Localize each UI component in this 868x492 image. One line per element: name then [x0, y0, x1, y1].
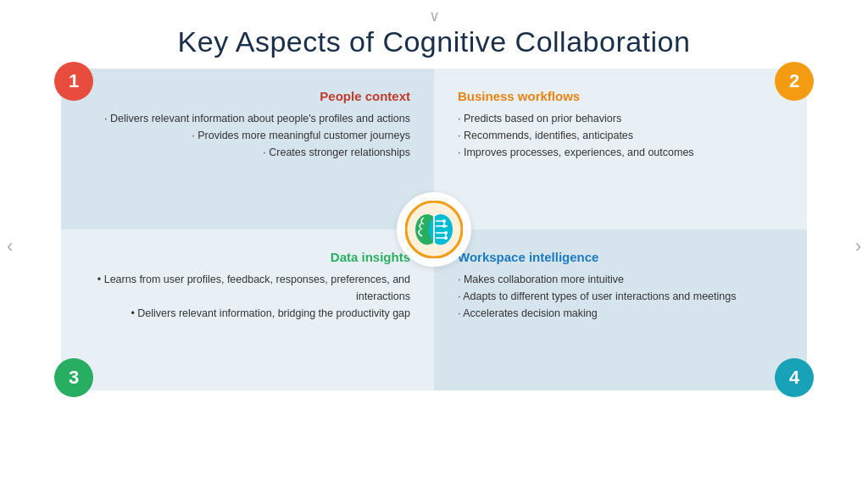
business-workflows-item-1: Predicts based on prior behaviors	[458, 110, 783, 127]
chevron-down-icon: ∨	[429, 7, 440, 25]
people-context-item-2: Provides more meaningful customer journe…	[85, 127, 410, 144]
quadrant-workspace-intelligence: Workspace intelligence Makes collaborati…	[434, 229, 807, 390]
brain-icon	[397, 192, 471, 267]
main-grid: 1 2 3 4 People context Delivers relevant…	[61, 69, 807, 390]
workspace-intelligence-item-1: Makes collaboration more intuitive	[458, 271, 783, 288]
badge-2: 2	[775, 62, 814, 101]
nav-next-button[interactable]: ›	[855, 235, 861, 257]
business-workflows-title: Business workflows	[458, 89, 783, 103]
svg-point-2	[429, 214, 453, 245]
svg-point-11	[442, 224, 446, 228]
workspace-intelligence-item-3: Accelerates decision making	[458, 305, 783, 322]
svg-point-13	[444, 236, 448, 240]
badge-3: 3	[54, 358, 93, 397]
quadrant-business-workflows: Business workflows Predicts based on pri…	[434, 69, 807, 229]
workspace-intelligence-item-2: Adapts to different types of user intera…	[458, 288, 783, 305]
page-title: Key Aspects of Cognitive Collaboration	[178, 25, 691, 58]
business-workflows-item-3: Improves processes, experiences, and out…	[458, 144, 783, 161]
workspace-intelligence-title: Workspace intelligence	[458, 250, 783, 264]
people-context-title: People context	[85, 89, 410, 103]
quadrant-people-context: People context Delivers relevant informa…	[61, 69, 434, 229]
nav-prev-button[interactable]: ‹	[7, 235, 13, 257]
data-insights-title: Data insights	[85, 250, 410, 264]
badge-1: 1	[54, 62, 93, 101]
data-insights-item-1: Learns from user profiles, feedback, res…	[85, 271, 410, 305]
business-workflows-item-2: Recommends, identifies, anticipates	[458, 127, 783, 144]
data-insights-item-2: Delivers relevant information, bridging …	[85, 305, 410, 322]
people-context-item-3: Creates stronger relationships	[85, 144, 410, 161]
people-context-item-1: Delivers relevant information about peop…	[85, 110, 410, 127]
badge-4: 4	[775, 358, 814, 397]
svg-point-12	[444, 231, 448, 235]
quadrant-data-insights: Data insights Learns from user profiles,…	[61, 229, 434, 390]
svg-point-10	[442, 219, 446, 223]
page-wrapper: ∨ ‹ › Key Aspects of Cognitive Collabora…	[0, 0, 868, 492]
